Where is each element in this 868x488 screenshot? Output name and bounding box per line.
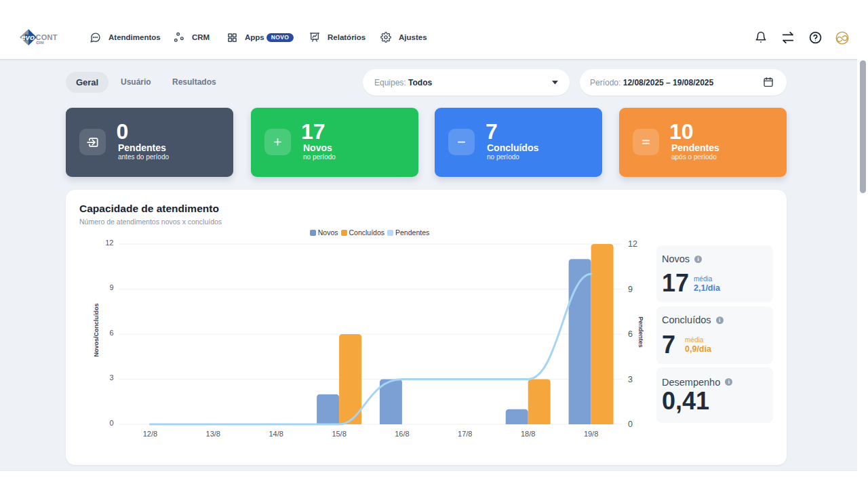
svg-text:9: 9 (109, 283, 113, 291)
svg-text:14/8: 14/8 (269, 430, 283, 438)
svg-text:0: 0 (109, 419, 113, 427)
svg-text:Novos/Concluídos: Novos/Concluídos (93, 303, 100, 357)
svg-text:3: 3 (109, 373, 113, 382)
svg-text:Pendentes: Pendentes (637, 317, 644, 348)
svg-text:12: 12 (628, 239, 637, 249)
svg-text:17/8: 17/8 (458, 430, 472, 438)
svg-text:0: 0 (628, 420, 633, 429)
svg-text:18/8: 18/8 (521, 430, 535, 438)
svg-text:13/8: 13/8 (206, 430, 220, 438)
svg-text:15/8: 15/8 (332, 430, 346, 438)
svg-text:3: 3 (628, 375, 633, 384)
svg-text:evo: evo (21, 33, 35, 41)
svg-text:6: 6 (109, 329, 113, 337)
svg-text:19/8: 19/8 (584, 430, 598, 438)
svg-text:12/8: 12/8 (143, 430, 157, 438)
svg-text:12: 12 (105, 239, 113, 247)
svg-text:6: 6 (628, 329, 633, 339)
svg-text:9: 9 (628, 285, 633, 294)
svg-text:16/8: 16/8 (395, 430, 409, 438)
svg-text:RM: RM (39, 41, 44, 45)
